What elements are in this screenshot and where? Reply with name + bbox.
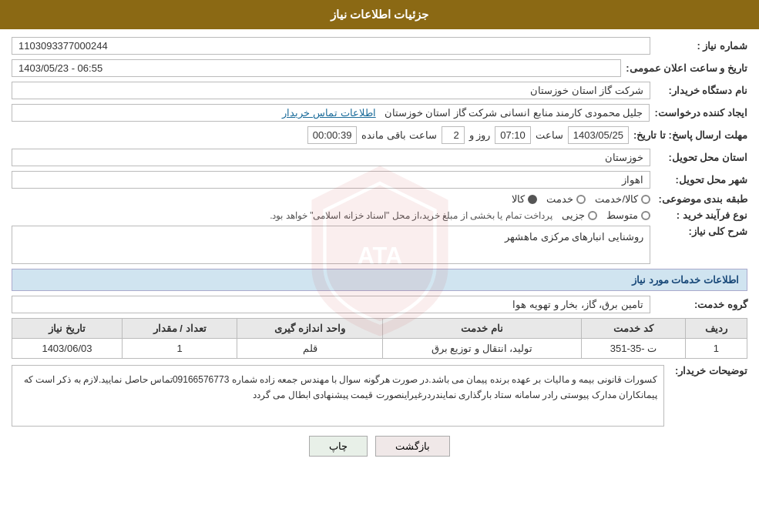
need-number-label: شماره نیاز :	[655, 40, 747, 52]
service-section-title: اطلاعات خدمات مورد نیاز	[12, 269, 747, 291]
col-quantity: تعداد / مقدار	[122, 319, 237, 339]
announce-date-value: 1403/05/23 - 06:55	[12, 59, 621, 77]
cell-row: 1	[685, 339, 747, 359]
deadline-remaining: 00:00:39	[307, 126, 358, 144]
category-option-kala-khedmat[interactable]: کالا/خدمت	[595, 193, 650, 205]
contact-link[interactable]: اطلاعات تماس خریدار	[282, 107, 375, 119]
announce-date-row: تاریخ و ساعت اعلان عمومی: 1403/05/23 - 0…	[12, 59, 747, 77]
buyer-org-value: شرکت گاز استان خوزستان	[12, 82, 650, 99]
need-number-row: شماره نیاز : 1103093377000244	[12, 37, 747, 55]
category-option-kala[interactable]: کالا	[512, 193, 537, 205]
buyer-org-row: نام دستگاه خریدار: شرکت گاز استان خوزستا…	[12, 82, 747, 99]
purchase-type-label: نوع فرآیند خرید :	[655, 209, 747, 221]
province-label: استان محل تحویل:	[655, 152, 747, 163]
cell-name: تولید، انتقال و توزیع برق	[382, 339, 581, 359]
purchase-type-options: متوسط جزیی پرداخت تمام یا بخشی از مبلغ خ…	[270, 209, 650, 221]
deadline-days-label: روز و	[469, 129, 491, 141]
service-group-row: گروه خدمت: تامین برق، گاز، بخار و تهویه …	[12, 296, 747, 313]
category-option-khedmat[interactable]: خدمت	[546, 193, 586, 205]
col-row: ردیف	[685, 319, 747, 339]
cell-code: ت -35-351	[582, 339, 686, 359]
description-label: شرح کلی نیاز:	[655, 226, 747, 237]
purchase-type-motavasset[interactable]: متوسط	[606, 209, 650, 221]
buyer-org-label: نام دستگاه خریدار:	[655, 85, 747, 96]
radio-jozei-icon	[588, 211, 597, 220]
cell-unit: قلم	[237, 339, 382, 359]
back-button[interactable]: بازگشت	[375, 436, 450, 457]
print-button[interactable]: چاپ	[309, 436, 368, 457]
deadline-label: مهلت ارسال پاسخ: تا تاریخ:	[633, 129, 747, 141]
buyer-notes-label: توضیحات خریدار:	[670, 365, 747, 376]
col-name: نام خدمت	[382, 319, 581, 339]
purchase-type-jozei[interactable]: جزیی	[562, 209, 597, 221]
need-number-value: 1103093377000244	[12, 37, 650, 55]
deadline-time-label: ساعت	[536, 129, 563, 141]
page-header: جزئیات اطلاعات نیاز	[0, 0, 759, 29]
deadline-row: مهلت ارسال پاسخ: تا تاریخ: 1403/05/25 سا…	[12, 126, 747, 144]
services-table: ردیف کد خدمت نام خدمت واحد اندازه گیری ت…	[12, 318, 747, 359]
city-value: اهواز	[12, 171, 650, 189]
category-options: کالا/خدمت خدمت کالا	[512, 193, 650, 205]
buyer-notes-value: کسورات قانونی بیمه و مالیات بر عهده برند…	[12, 365, 664, 427]
announce-date-label: تاریخ و ساعت اعلان عمومی:	[626, 62, 747, 74]
category-kala-label: کالا	[512, 193, 525, 205]
purchase-motavasset-label: متوسط	[606, 209, 638, 221]
table-row: 1ت -35-351تولید، انتقال و توزیع برققلم11…	[12, 339, 747, 359]
radio-kala-khedmat-icon	[641, 195, 650, 204]
service-group-value: تامین برق، گاز، بخار و تهویه هوا	[12, 296, 650, 313]
deadline-days: 2	[442, 126, 465, 144]
col-date: تاریخ نیاز	[12, 319, 123, 339]
purchase-jozei-label: جزیی	[562, 209, 585, 221]
service-group-label: گروه خدمت:	[655, 299, 747, 310]
category-kala-khedmat-label: کالا/خدمت	[595, 193, 638, 205]
deadline-time: 07:10	[495, 126, 531, 144]
creator-label: ایجاد کننده درخواست:	[654, 107, 747, 119]
category-label: طبقه بندی موضوعی:	[655, 193, 747, 205]
buyer-notes-row: توضیحات خریدار: کسورات قانونی بیمه و مال…	[12, 365, 747, 427]
deadline-date: 1403/05/25	[568, 126, 629, 144]
cell-date: 1403/06/03	[12, 339, 123, 359]
col-unit: واحد اندازه گیری	[237, 319, 382, 339]
category-row: طبقه بندی موضوعی: کالا/خدمت خدمت کالا	[12, 193, 747, 205]
purchase-note: پرداخت تمام یا بخشی از مبلغ خرید،از محل …	[270, 210, 552, 221]
creator-value: جلیل محمودی کارمند منابع انسانی شرکت گاز…	[12, 104, 650, 122]
radio-khedmat-icon	[576, 195, 586, 204]
description-value: روشنایی انبارهای مرکزی ماهشهر	[12, 226, 650, 264]
description-row: شرح کلی نیاز: روشنایی انبارهای مرکزی ماه…	[12, 226, 747, 264]
creator-row: ایجاد کننده درخواست: جلیل محمودی کارمند …	[12, 104, 747, 122]
radio-kala-icon	[528, 195, 537, 204]
province-value: خوزستان	[12, 149, 650, 166]
page-title: جزئیات اطلاعات نیاز	[331, 8, 428, 21]
cell-quantity: 1	[122, 339, 237, 359]
radio-motavasset-icon	[641, 211, 650, 220]
province-row: استان محل تحویل: خوزستان	[12, 149, 747, 166]
purchase-type-row: نوع فرآیند خرید : متوسط جزیی پرداخت تمام…	[12, 209, 747, 221]
deadline-remaining-label: ساعت باقی مانده	[361, 129, 436, 141]
category-khedmat-label: خدمت	[546, 193, 573, 205]
action-buttons: بازگشت چاپ	[12, 436, 747, 457]
col-code: کد خدمت	[582, 319, 686, 339]
city-row: شهر محل تحویل: اهواز	[12, 171, 747, 189]
city-label: شهر محل تحویل:	[655, 174, 747, 186]
